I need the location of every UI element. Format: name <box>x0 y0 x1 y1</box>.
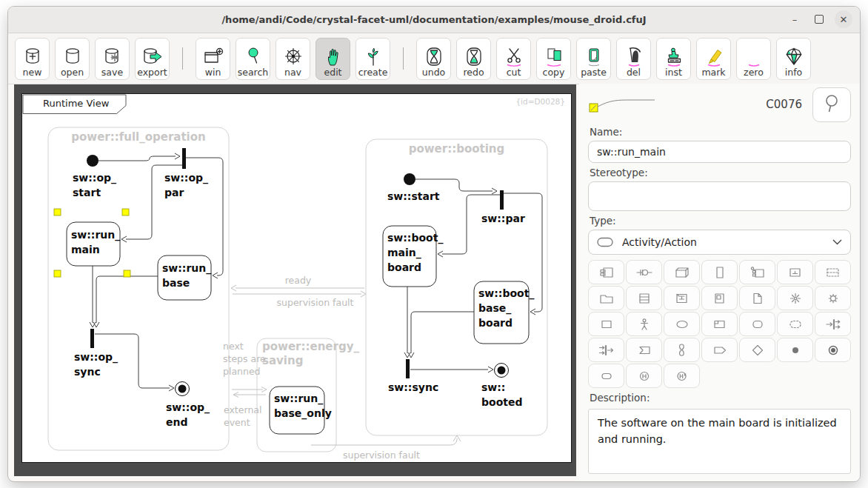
type-gear-button[interactable] <box>815 286 851 310</box>
label-boot-base-board[interactable]: sw::boot_ base_ board <box>478 286 534 330</box>
transition-runmain-opsync[interactable] <box>90 266 96 327</box>
mark-button[interactable]: mark <box>696 38 731 80</box>
state-sw-booted[interactable] <box>495 364 509 378</box>
zero-button[interactable]: zero <box>736 38 771 80</box>
label-run-main[interactable]: sw::run_ main <box>71 227 120 257</box>
transition-external-event[interactable] <box>233 392 266 398</box>
type-final-node-button[interactable] <box>815 338 851 362</box>
label-sw-start[interactable]: sw::start <box>387 189 440 204</box>
titlebar[interactable]: /home/andi/Code/crystal-facet-uml/docume… <box>8 7 860 33</box>
label-sw-booted[interactable]: sw:: booted <box>481 380 522 410</box>
label-next-steps[interactable]: next steps are planned <box>223 340 266 378</box>
label-sw-par[interactable]: sw::par <box>481 211 525 226</box>
type-fork-button[interactable] <box>815 312 851 336</box>
inst-button[interactable]: inst <box>656 38 691 80</box>
type-rectangle-button[interactable] <box>588 312 624 336</box>
type-deep-history-button[interactable] <box>664 364 700 388</box>
type-artifact-button[interactable] <box>777 260 813 284</box>
type-dashed-rounded-rect-button[interactable] <box>777 312 813 336</box>
transition-swpar-bootmain[interactable] <box>438 195 500 257</box>
export-button[interactable]: export <box>135 38 170 80</box>
type-rounded-rect-button[interactable] <box>739 312 775 336</box>
type-interface-button[interactable] <box>626 260 662 284</box>
state-op-par[interactable] <box>182 148 186 169</box>
name-input[interactable] <box>588 141 851 163</box>
label-op-start[interactable]: sw::op_ start <box>73 170 116 200</box>
find-element-button[interactable] <box>812 87 851 122</box>
transition-opstart-oppar[interactable] <box>99 153 180 161</box>
label-op-sync[interactable]: sw::op_ sync <box>74 350 118 379</box>
paste-button[interactable]: paste <box>576 38 611 80</box>
open-button[interactable]: open <box>55 38 90 80</box>
minimize-button[interactable]: – <box>786 10 804 28</box>
state-sw-start[interactable] <box>404 173 415 185</box>
type-node-button[interactable] <box>664 260 700 284</box>
label-booting[interactable]: power::booting <box>366 142 547 156</box>
type-dashed-list-button[interactable] <box>815 260 851 284</box>
win-button[interactable]: win <box>196 38 230 80</box>
info-button[interactable]: info <box>776 38 811 80</box>
type-page-overlay-button[interactable] <box>701 286 738 310</box>
type-table-button[interactable] <box>626 286 662 310</box>
undo-button[interactable]: undo <box>416 38 451 80</box>
label-supervision-fault-top[interactable]: supervision fault <box>258 296 373 309</box>
create-button[interactable]: create <box>355 38 390 80</box>
nav-button[interactable]: nav <box>276 38 310 80</box>
type-component-button[interactable] <box>588 260 624 284</box>
label-op-end[interactable]: sw::op_ end <box>166 400 210 429</box>
diagram-tab-label[interactable]: Runtime View <box>43 98 109 109</box>
label-sw-sync[interactable]: sw::sync <box>388 380 438 395</box>
stereotype-input[interactable] <box>588 181 851 211</box>
transition-bootbase-swsync[interactable] <box>408 312 474 358</box>
type-activity-button[interactable] <box>588 364 624 388</box>
type-actor-button[interactable] <box>626 312 662 336</box>
type-initial-node-button[interactable] <box>777 338 813 362</box>
type-class-button[interactable] <box>701 260 738 284</box>
type-burst-button[interactable] <box>777 286 813 310</box>
state-sw-par[interactable] <box>500 190 504 210</box>
transition-supervision-fault-bottom[interactable] <box>311 435 461 445</box>
redo-button[interactable]: redo <box>456 38 491 80</box>
save-button[interactable]: save <box>95 38 130 80</box>
description-text[interactable]: The software on the main board is initia… <box>588 409 851 474</box>
type-decision-button[interactable] <box>739 338 775 362</box>
transition-next-steps[interactable] <box>232 387 267 392</box>
type-dropdown[interactable]: Activity/Action <box>588 230 851 255</box>
type-frame-button[interactable] <box>664 286 700 310</box>
state-op-sync[interactable] <box>90 329 94 348</box>
type-shallow-history-button[interactable] <box>626 364 662 388</box>
label-supervision-fault-bottom[interactable]: supervision fault <box>315 449 448 461</box>
label-ready[interactable]: ready <box>263 274 333 287</box>
transition-runbase-opsync[interactable] <box>93 276 158 327</box>
copy-button[interactable]: copy <box>536 38 571 80</box>
state-sw-sync[interactable] <box>406 359 410 378</box>
type-ellipse-button[interactable] <box>664 312 700 336</box>
type-folder-button[interactable] <box>588 286 624 310</box>
cut-button[interactable]: cut <box>496 38 531 80</box>
type-timeout-button[interactable] <box>664 338 700 362</box>
new-button[interactable]: new <box>15 38 50 80</box>
edit-button[interactable]: edit <box>316 38 350 80</box>
state-op-end[interactable] <box>176 382 190 396</box>
label-run-base[interactable]: sw::run_ base <box>162 261 211 290</box>
search-button[interactable]: search <box>236 38 270 80</box>
transition-bootmain-swsync[interactable] <box>404 287 410 358</box>
label-energy-saving[interactable]: power::energy_ saving <box>262 340 344 368</box>
label-op-par[interactable]: sw::op_ par <box>164 170 208 200</box>
type-region-button[interactable] <box>701 312 738 336</box>
del-button[interactable]: del <box>616 38 651 80</box>
type-page-button[interactable] <box>739 286 775 310</box>
label-full-operation[interactable]: power::full_operation <box>48 130 229 144</box>
state-op-start[interactable] <box>87 155 99 167</box>
type-join-button[interactable] <box>588 338 624 362</box>
close-button[interactable]: ✕ <box>835 10 852 28</box>
maximize-button[interactable] <box>810 10 828 28</box>
type-accept-event-button[interactable] <box>626 338 662 362</box>
transition-swsync-swbooted[interactable] <box>410 367 493 372</box>
label-run-base-only[interactable]: sw::run_ base_only <box>274 391 332 421</box>
label-external-event[interactable]: external event <box>224 404 261 429</box>
diagram-canvas[interactable]: Runtime View {id=D0028} power::full_oper… <box>21 93 572 463</box>
type-part-button[interactable] <box>739 260 775 284</box>
label-boot-main-board[interactable]: sw::boot_ main_ board <box>387 230 443 275</box>
type-send-signal-button[interactable] <box>701 338 738 362</box>
